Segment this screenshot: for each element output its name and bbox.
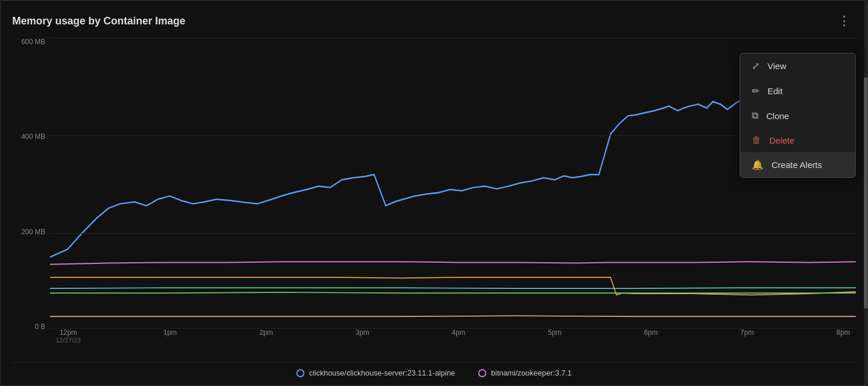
legend-circle-clickhouse <box>296 369 304 377</box>
panel-menu-button[interactable]: ⋮ <box>833 11 856 31</box>
menu-label-clone: Clone <box>766 111 789 121</box>
green-line <box>50 292 856 293</box>
panel: Memory usage by Container Image ⋮ 600 MB… <box>0 0 868 386</box>
menu-item-edit[interactable]: ✏ Edit <box>740 78 855 103</box>
menu-label-view: View <box>767 61 786 71</box>
x-label-4pm: 4pm <box>452 328 465 344</box>
x-label-7pm: 7pm <box>740 328 754 344</box>
y-label-0: 0 B <box>35 323 45 331</box>
view-icon: ⤢ <box>752 60 759 72</box>
menu-label-create-alerts: Create Alerts <box>772 160 822 170</box>
x-label-1pm: 1pm <box>163 328 177 344</box>
x-axis: 12pm 12/27/23 1pm 2pm 3pm 4pm 5pm 6pm 7p… <box>50 328 856 344</box>
x-label-2pm: 2pm <box>260 328 273 344</box>
grid-line-top <box>50 38 856 38</box>
legend: clickhouse/clickhouse-server:23.11.1-alp… <box>12 362 856 385</box>
scrollbar[interactable] <box>864 1 867 385</box>
scrollbar-thumb[interactable] <box>864 77 867 308</box>
x-label-8pm: 8pm <box>837 328 850 344</box>
clone-icon: ⧉ <box>752 110 758 121</box>
peach-line <box>50 316 856 316</box>
legend-circle-zookeeper <box>478 369 486 377</box>
x-label-6pm: 6pm <box>644 328 658 344</box>
teal-line <box>50 288 856 288</box>
legend-item-clickhouse: clickhouse/clickhouse-server:23.11.1-alp… <box>296 369 455 377</box>
delete-icon: 🗑 <box>752 135 761 145</box>
chart-plot <box>50 38 856 331</box>
legend-label-zookeeper: bitnami/zookeeper:3.7.1 <box>491 369 572 377</box>
purple-line <box>50 262 856 264</box>
x-label-12pm: 12pm 12/27/23 <box>56 328 81 344</box>
menu-item-view[interactable]: ⤢ View <box>740 53 855 78</box>
menu-item-delete[interactable]: 🗑 Delete <box>740 128 855 152</box>
grid-line-400 <box>50 135 856 136</box>
menu-label-edit: Edit <box>767 86 783 96</box>
menu-item-create-alerts[interactable]: 🔔 Create Alerts <box>740 152 855 177</box>
edit-icon: ✏ <box>752 85 759 96</box>
blue-line <box>50 99 856 257</box>
chart-area: 600 MB 400 MB 200 MB 0 B <box>12 38 856 360</box>
y-label-200: 200 MB <box>21 228 45 236</box>
legend-label-clickhouse: clickhouse/clickhouse-server:23.11.1-alp… <box>309 369 455 377</box>
y-label-600: 600 MB <box>21 38 45 46</box>
context-menu: ⤢ View ✏ Edit ⧉ Clone 🗑 Delete 🔔 Create … <box>740 53 856 178</box>
orange-line <box>50 277 856 295</box>
y-label-400: 400 MB <box>21 133 45 141</box>
panel-title: Memory usage by Container Image <box>12 15 185 27</box>
alert-icon: 🔔 <box>752 159 763 170</box>
y-axis: 600 MB 400 MB 200 MB 0 B <box>12 38 50 331</box>
x-label-5pm: 5pm <box>548 328 561 344</box>
chart-svg <box>50 38 856 331</box>
menu-item-clone[interactable]: ⧉ Clone <box>740 103 855 128</box>
grid-line-200 <box>50 233 856 234</box>
legend-item-zookeeper: bitnami/zookeeper:3.7.1 <box>478 369 572 377</box>
menu-label-delete: Delete <box>769 135 794 145</box>
panel-header: Memory usage by Container Image ⋮ <box>12 11 856 31</box>
x-label-3pm: 3pm <box>356 328 369 344</box>
